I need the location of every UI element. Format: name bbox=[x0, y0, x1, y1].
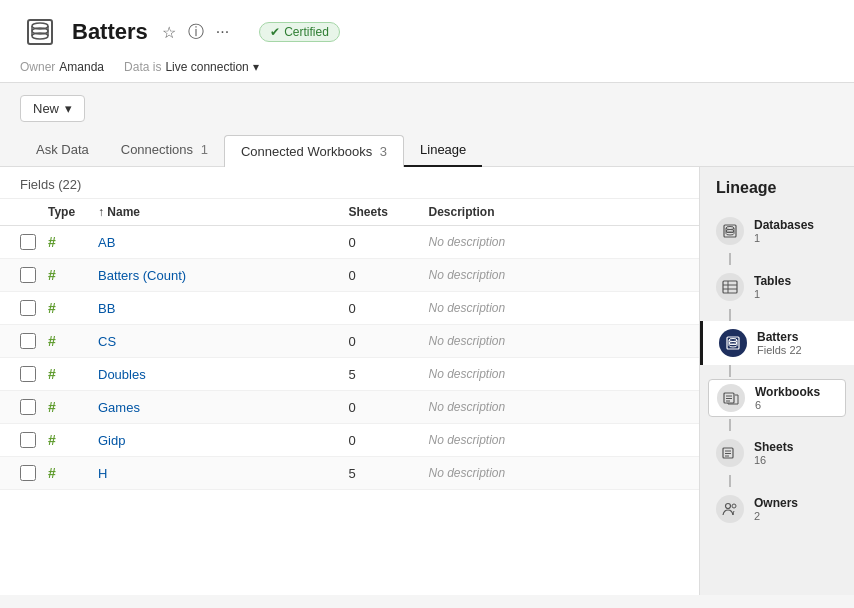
field-description: No description bbox=[429, 367, 680, 381]
sheets-col-header: Sheets bbox=[349, 205, 429, 219]
page-title: Batters bbox=[72, 19, 148, 45]
certified-badge: ✔ Certified bbox=[259, 22, 340, 42]
info-button[interactable]: ⓘ bbox=[186, 20, 206, 45]
connector-line bbox=[729, 365, 731, 377]
table-row: # Batters (Count) 0 No description bbox=[0, 259, 699, 292]
favorite-button[interactable]: ☆ bbox=[160, 21, 178, 44]
row-checkbox[interactable] bbox=[20, 300, 36, 316]
owners-info: Owners 2 bbox=[754, 496, 838, 522]
connector-line bbox=[729, 475, 731, 487]
chevron-down-icon: ▾ bbox=[253, 60, 259, 74]
svg-point-25 bbox=[732, 504, 736, 508]
page-header: Batters ☆ ⓘ ··· ✔ Certified Owner Amanda… bbox=[0, 0, 854, 83]
lineage-item-batters[interactable]: Batters Fields 22 bbox=[700, 321, 854, 365]
row-checkbox[interactable] bbox=[20, 234, 36, 250]
more-options-button[interactable]: ··· bbox=[214, 21, 231, 43]
sheets-icon bbox=[716, 439, 744, 467]
field-sheets: 0 bbox=[349, 433, 429, 448]
databases-count: 1 bbox=[754, 232, 838, 244]
svg-point-15 bbox=[729, 344, 737, 347]
field-description: No description bbox=[429, 268, 680, 282]
owners-label: Owners bbox=[754, 496, 838, 510]
database-icon bbox=[716, 217, 744, 245]
table-row: # AB 0 No description bbox=[0, 226, 699, 259]
field-type-icon: # bbox=[48, 234, 98, 250]
lineage-item-sheets[interactable]: Sheets 16 bbox=[700, 431, 854, 475]
owners-count: 2 bbox=[754, 510, 838, 522]
table-row: # CS 0 No description bbox=[0, 325, 699, 358]
tables-icon bbox=[716, 273, 744, 301]
field-type-icon: # bbox=[48, 333, 98, 349]
field-type-icon: # bbox=[48, 399, 98, 415]
batters-info: Batters Fields 22 bbox=[757, 330, 838, 356]
row-checkbox[interactable] bbox=[20, 366, 36, 382]
field-description: No description bbox=[429, 301, 680, 315]
row-checkbox[interactable] bbox=[20, 333, 36, 349]
field-name[interactable]: Batters (Count) bbox=[98, 268, 349, 283]
svg-point-24 bbox=[726, 504, 731, 509]
lineage-item-owners[interactable]: Owners 2 bbox=[700, 487, 854, 531]
table-row: # Games 0 No description bbox=[0, 391, 699, 424]
workbooks-count: 6 bbox=[755, 399, 837, 411]
field-name[interactable]: AB bbox=[98, 235, 349, 250]
tables-info: Tables 1 bbox=[754, 274, 838, 300]
field-name[interactable]: H bbox=[98, 466, 349, 481]
row-checkbox[interactable] bbox=[20, 267, 36, 283]
table-row: # Gidp 0 No description bbox=[0, 424, 699, 457]
connection-meta: Data is Live connection ▾ bbox=[124, 60, 259, 74]
desc-col-header: Description bbox=[429, 205, 680, 219]
field-description: No description bbox=[429, 466, 680, 480]
field-sheets: 0 bbox=[349, 400, 429, 415]
sort-icon: ↑ bbox=[98, 205, 107, 219]
lineage-item-workbooks[interactable]: Workbooks 6 bbox=[708, 379, 846, 417]
checkbox-col-header bbox=[20, 205, 48, 219]
field-name[interactable]: CS bbox=[98, 334, 349, 349]
tab-lineage[interactable]: Lineage bbox=[404, 134, 482, 167]
batters-count: Fields 22 bbox=[757, 344, 838, 356]
owner-value: Amanda bbox=[59, 60, 104, 74]
databases-label: Databases bbox=[754, 218, 838, 232]
header-actions: ☆ ⓘ ··· bbox=[160, 20, 231, 45]
field-name[interactable]: BB bbox=[98, 301, 349, 316]
table-row: # BB 0 No description bbox=[0, 292, 699, 325]
connector-line bbox=[729, 253, 731, 265]
header-meta: Owner Amanda Data is Live connection ▾ bbox=[20, 60, 834, 82]
tab-connections[interactable]: Connections 1 bbox=[105, 134, 224, 167]
new-button[interactable]: New ▾ bbox=[20, 95, 85, 122]
field-type-icon: # bbox=[48, 465, 98, 481]
table-row: # H 5 No description bbox=[0, 457, 699, 490]
field-name[interactable]: Doubles bbox=[98, 367, 349, 382]
field-type-icon: # bbox=[48, 366, 98, 382]
svg-point-7 bbox=[726, 232, 734, 235]
row-checkbox[interactable] bbox=[20, 465, 36, 481]
row-checkbox[interactable] bbox=[20, 399, 36, 415]
connections-count: 1 bbox=[201, 142, 208, 157]
field-name[interactable]: Games bbox=[98, 400, 349, 415]
tab-ask-data[interactable]: Ask Data bbox=[20, 134, 105, 167]
fields-table-area: Fields (22) Type ↑ Name Sheets Descripti… bbox=[0, 167, 699, 595]
batters-label: Batters bbox=[757, 330, 838, 344]
field-description: No description bbox=[429, 334, 680, 348]
lineage-item-databases[interactable]: Databases 1 bbox=[700, 209, 854, 253]
tabs-bar: Ask Data Connections 1 Connected Workboo… bbox=[0, 134, 854, 167]
field-description: No description bbox=[429, 433, 680, 447]
connection-dropdown[interactable]: Live connection ▾ bbox=[165, 60, 258, 74]
lineage-item-tables[interactable]: Tables 1 bbox=[700, 265, 854, 309]
field-description: No description bbox=[429, 235, 680, 249]
owner-meta: Owner Amanda bbox=[20, 60, 104, 74]
field-sheets: 0 bbox=[349, 334, 429, 349]
field-name[interactable]: Gidp bbox=[98, 433, 349, 448]
row-checkbox[interactable] bbox=[20, 432, 36, 448]
table-row: # Doubles 5 No description bbox=[0, 358, 699, 391]
field-sheets: 0 bbox=[349, 235, 429, 250]
sheets-count: 16 bbox=[754, 454, 838, 466]
workbooks-info: Workbooks 6 bbox=[755, 385, 837, 411]
toolbar: New ▾ bbox=[0, 83, 854, 134]
main-content: Fields (22) Type ↑ Name Sheets Descripti… bbox=[0, 167, 854, 595]
certified-check-icon: ✔ bbox=[270, 25, 280, 39]
tables-count: 1 bbox=[754, 288, 838, 300]
tab-connected-workbooks[interactable]: Connected Workbooks 3 bbox=[224, 135, 404, 167]
workbooks-count: 3 bbox=[380, 144, 387, 159]
field-type-icon: # bbox=[48, 267, 98, 283]
lineage-panel: Lineage Databases 1 bbox=[699, 167, 854, 595]
